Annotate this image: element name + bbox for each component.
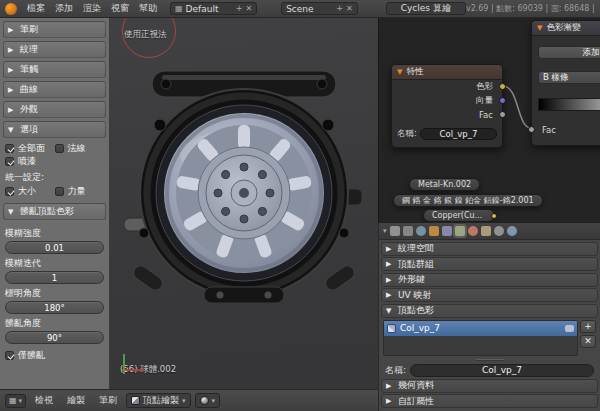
add-layout-icon[interactable]: + (236, 4, 243, 13)
vertex-color-name-field[interactable]: Col_vp_7 (410, 364, 594, 377)
panel-title: UV 映射 (398, 289, 432, 302)
expand-right-icon: ▶ (8, 106, 16, 114)
vertex-colors-list: Col_vp_7 + ✕ (383, 320, 596, 356)
panel-vertex-groups[interactable]: ▶ 頂點群組 (381, 257, 598, 271)
shelf-panel-brush[interactable]: ▶ 筆刷 (3, 21, 106, 38)
socket-output[interactable] (491, 213, 497, 219)
node-header[interactable]: ▼ 色彩漸變 (532, 21, 600, 36)
tab-particles-icon[interactable] (494, 226, 504, 236)
delete-layout-icon[interactable]: ✕ (245, 4, 252, 13)
shelf-panel-stroke[interactable]: ▶ 筆觸 (3, 61, 106, 78)
menu-file[interactable]: 檔案 (22, 2, 50, 15)
node-header[interactable]: ▼ 特性 (392, 65, 502, 80)
panel-uv-maps[interactable]: ▶ UV 映射 (381, 288, 598, 302)
vertex-color-item-selected[interactable]: Col_vp_7 (384, 321, 577, 336)
tab-material-icon[interactable] (468, 226, 478, 236)
browse-layout-icon[interactable]: ▦ (175, 4, 183, 13)
mode-selector[interactable]: 頂點繪製 ▾ (126, 393, 191, 408)
socket-vector-output[interactable] (499, 97, 506, 104)
axis-gizmo (118, 348, 152, 378)
tab-texture-icon[interactable] (481, 226, 491, 236)
render-toggle-icon[interactable] (565, 325, 574, 332)
attribute-name-field[interactable]: Col_vp_7 (420, 128, 497, 140)
node-copper-collapsed[interactable]: Copper(Cu... (423, 209, 495, 222)
engine-name: Cycles 算繪 (391, 2, 461, 15)
menu-brush[interactable]: 筆刷 (94, 394, 122, 407)
menu-add[interactable]: 添加 (50, 2, 78, 15)
collapse-icon[interactable]: ▼ (397, 68, 402, 76)
tab-scene-icon[interactable] (403, 226, 413, 236)
tab-world-icon[interactable] (416, 226, 426, 236)
checkbox-size[interactable]: 大小 (5, 185, 55, 198)
checkbox-strength[interactable]: 力量 (55, 185, 105, 198)
model-3d-object[interactable] (124, 63, 364, 313)
checkbox-label: 僅髒亂 (18, 349, 45, 362)
checkbox-normals[interactable]: 法線 (55, 142, 105, 155)
dirt-angle-field[interactable]: 90° (5, 331, 104, 344)
tab-render-icon[interactable] (390, 226, 400, 236)
menu-view[interactable]: 檢視 (30, 394, 58, 407)
tab-object-icon[interactable] (429, 226, 439, 236)
viewport-3d[interactable]: 使用正視法 (56) 球體.002 (110, 18, 378, 389)
panel-texture-space[interactable]: ▶ 紋理空間 (381, 242, 598, 256)
shelf-panel-dirty-vertex-colors[interactable]: ▼ 髒亂頂點色彩 (3, 203, 106, 220)
scene-selector[interactable]: Scene + ✕ (281, 2, 358, 15)
dirt-angle-label: 髒亂角度 (5, 317, 104, 330)
shelf-panel-appearance[interactable]: ▶ 外觀 (3, 101, 106, 118)
vertex-paint-mode-icon (131, 396, 140, 405)
top-menubar: 檔案 添加 渲染 視窗 幫助 ▦ Default + ✕ Scene + ✕ C… (0, 0, 600, 18)
delete-scene-icon[interactable]: ✕ (346, 4, 353, 13)
remove-vertex-color-button[interactable]: ✕ (580, 335, 596, 348)
tab-physics-icon[interactable] (507, 226, 517, 236)
menu-help[interactable]: 幫助 (134, 2, 162, 15)
node-attribute[interactable]: ▼ 特性 色彩 向量 Fac 名稱: Col_vp_7 (391, 64, 503, 148)
interpolation-select[interactable]: B 樣條 ▾ (538, 71, 600, 84)
tab-modifiers-icon[interactable] (442, 226, 452, 236)
add-scene-icon[interactable]: + (336, 4, 343, 13)
checkbox-all-faces[interactable]: 全部面 (5, 142, 55, 155)
screen-layout-selector[interactable]: ▦ Default + ✕ (170, 2, 257, 15)
editor-type-selector[interactable]: ▦ ▾ (5, 394, 26, 408)
shelf-panel-texture[interactable]: ▶ 紋理 (3, 41, 106, 58)
colorramp-gradient[interactable] (538, 98, 600, 111)
add-vertex-color-button[interactable]: + (580, 320, 596, 333)
output-label: 向量 (476, 95, 493, 107)
viewport-shading-selector[interactable]: ▾ (195, 393, 221, 408)
checkbox-icon (55, 144, 64, 153)
dirty-panel-body: 模糊強度 0.01 模糊迭代 1 標明角度 180° 髒亂角度 90° 僅髒亂 (3, 223, 106, 367)
socket-fac-input[interactable] (528, 126, 535, 133)
blur-strength-field[interactable]: 0.01 (5, 241, 104, 254)
blur-strength-label: 模糊強度 (5, 227, 104, 240)
node-alloy-collapsed[interactable]: 鋼 鉻 金 鉻 銀 鎳 鉑金 鋁鎳-鉻2.001 (393, 194, 543, 207)
list-resize-grip[interactable] (476, 359, 504, 361)
shelf-panel-options[interactable]: ▼ 選項 (3, 121, 106, 138)
checkbox-dirt-only[interactable]: 僅髒亂 (5, 349, 104, 362)
scene-stats: v2.69 | 點數: 69039 | 面: 68648 | 三角 (466, 3, 595, 14)
collapse-icon[interactable]: ▼ (537, 24, 542, 32)
render-engine-selector[interactable]: Cycles 算繪 (386, 2, 466, 15)
shelf-panel-curve[interactable]: ▶ 曲線 (3, 81, 106, 98)
panel-custom-properties[interactable]: ▶ 自訂屬性 (381, 394, 598, 408)
panel-shape-keys[interactable]: ▶ 外形鍵 (381, 273, 598, 287)
checkbox-spray[interactable]: 噴漆 (5, 155, 104, 168)
panel-geometry-data[interactable]: ▶ 幾何資料 (381, 379, 598, 393)
node-metal-collapsed[interactable]: Metal-Kn.002 (409, 178, 480, 191)
node-colorramp[interactable]: ▼ 色彩漸變 添加 B 樣條 ▾ Fac (531, 20, 600, 146)
menu-render[interactable]: 渲染 (78, 2, 106, 15)
editor-type-icon[interactable]: ▾ (383, 227, 387, 235)
colorramp-add-button[interactable]: 添加 (538, 46, 600, 59)
tab-object-data-icon[interactable] (455, 226, 465, 236)
highlight-angle-field[interactable]: 180° (5, 301, 104, 314)
checkbox-label: 法線 (68, 142, 86, 155)
menu-window[interactable]: 視窗 (106, 2, 134, 15)
socket-color-output[interactable] (499, 83, 506, 90)
panel-vertex-colors[interactable]: ▼ 頂點色彩 (381, 304, 598, 318)
panel-title: 幾何資料 (398, 379, 434, 392)
input-label: Fac (542, 125, 556, 135)
node-editor[interactable]: ▼ 特性 色彩 向量 Fac 名稱: Col_vp_7 ▼ 色彩漸變 添加 B … (378, 18, 600, 222)
list-container[interactable]: Col_vp_7 (383, 320, 578, 356)
blur-iterations-field[interactable]: 1 (5, 271, 104, 284)
socket-fac-output[interactable] (499, 111, 506, 118)
menu-paint[interactable]: 繪製 (62, 394, 90, 407)
properties-header: ▾ (379, 223, 600, 240)
